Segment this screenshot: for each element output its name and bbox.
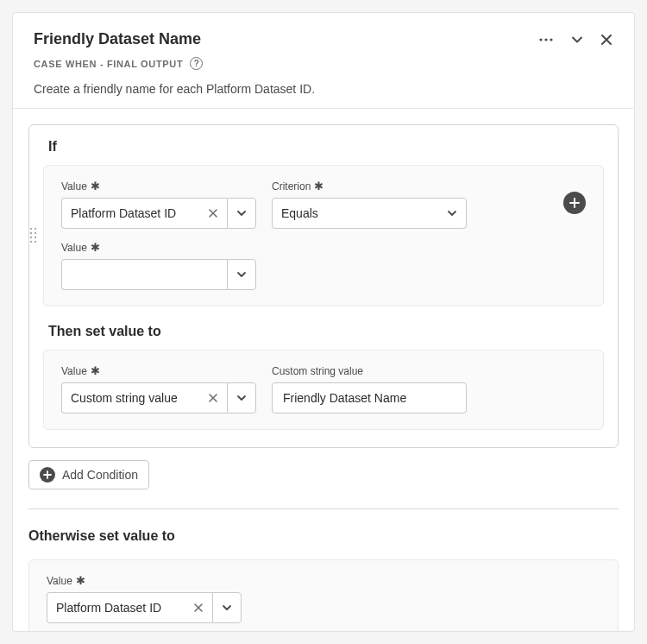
otherwise-value-combo: Platform Dataset ID [47, 592, 242, 623]
otherwise-card: Value✱ Platform Dataset ID [28, 559, 619, 631]
chevron-down-icon [236, 269, 247, 280]
required-asterisk: ✱ [91, 241, 100, 254]
derived-field-panel: Friendly Dataset Name CASE WHEN - FINAL … [12, 12, 635, 632]
drag-handle-icon[interactable] [30, 228, 37, 243]
if-value2-input[interactable] [61, 259, 227, 290]
otherwise-value-input[interactable]: Platform Dataset ID [47, 592, 212, 623]
then-custom-field: Custom string value [272, 365, 467, 414]
subtitle-row: CASE WHEN - FINAL OUTPUT ? [34, 57, 613, 70]
then-row: Value✱ Custom string value [61, 364, 586, 414]
then-value-input[interactable]: Custom string value [61, 382, 227, 414]
if-row-2: Value✱ [61, 241, 586, 290]
panel-title: Friendly Dataset Name [34, 30, 201, 48]
if-row-1: Value✱ Platform Dataset ID [61, 180, 586, 229]
then-value-clear-button[interactable] [208, 393, 218, 403]
panel-body: If Value✱ Platform Dataset ID [13, 109, 634, 631]
then-value-dropdown-button[interactable] [227, 382, 256, 414]
otherwise-value-field: Value✱ Platform Dataset ID [47, 574, 242, 623]
then-value-label: Value✱ [61, 364, 256, 377]
close-button[interactable] [600, 33, 613, 47]
header-actions [537, 31, 613, 48]
otherwise-value-dropdown-button[interactable] [212, 592, 242, 623]
svg-point-0 [539, 38, 542, 41]
otherwise-title: Otherwise set value to [28, 528, 619, 544]
otherwise-value-label: Value✱ [47, 574, 242, 587]
collapse-button[interactable] [570, 33, 584, 47]
more-options-button[interactable] [537, 31, 555, 48]
otherwise-section: Otherwise set value to Value✱ Platform D… [28, 528, 619, 631]
close-icon [208, 393, 218, 403]
otherwise-value-clear-button[interactable] [193, 603, 204, 613]
chevron-down-icon [222, 603, 232, 613]
svg-point-2 [550, 38, 552, 41]
plus-icon [568, 197, 581, 209]
required-asterisk: ✱ [314, 180, 324, 193]
svg-point-1 [544, 38, 547, 41]
chevron-down-icon [236, 208, 247, 218]
then-title: Then set value to [48, 324, 604, 339]
close-icon [193, 603, 204, 613]
panel-description: Create a friendly name for each Platform… [34, 82, 613, 96]
panel-header: Friendly Dataset Name CASE WHEN - FINAL … [13, 13, 634, 109]
if-value1-clear-button[interactable] [208, 208, 218, 218]
required-asterisk: ✱ [91, 364, 100, 377]
chevron-down-icon [570, 33, 584, 47]
if-value2-dropdown-button[interactable] [227, 259, 256, 290]
close-icon [600, 33, 613, 47]
chevron-down-icon [447, 208, 457, 218]
add-criterion-button[interactable] [563, 192, 586, 214]
plus-icon [43, 470, 52, 479]
if-value1-dropdown-button[interactable] [227, 198, 256, 229]
then-custom-label: Custom string value [272, 365, 467, 377]
divider [28, 508, 619, 509]
required-asterisk: ✱ [76, 574, 85, 587]
if-value2-field: Value✱ [61, 241, 256, 290]
then-card: Value✱ Custom string value [43, 350, 604, 430]
if-value1-field: Value✱ Platform Dataset ID [61, 180, 256, 229]
add-condition-button[interactable]: Add Condition [28, 460, 149, 489]
if-title: If [48, 139, 604, 155]
title-row: Friendly Dataset Name [34, 30, 613, 48]
then-value-field: Value✱ Custom string value [61, 364, 256, 414]
then-value-combo: Custom string value [61, 382, 256, 414]
if-criterion-select[interactable]: Equals [272, 198, 467, 229]
more-icon [537, 31, 555, 48]
case-block: If Value✱ Platform Dataset ID [28, 124, 619, 448]
if-value2-label: Value✱ [61, 241, 256, 254]
then-custom-input[interactable] [272, 382, 467, 414]
plus-circle-icon [40, 467, 55, 483]
help-icon[interactable]: ? [190, 57, 203, 70]
if-criterion-label: Criterion✱ [272, 180, 467, 193]
if-value1-input[interactable]: Platform Dataset ID [61, 198, 227, 229]
if-value1-combo: Platform Dataset ID [61, 198, 256, 229]
if-value1-label: Value✱ [61, 180, 256, 193]
panel-subtitle: CASE WHEN - FINAL OUTPUT [34, 59, 183, 69]
close-icon [208, 208, 218, 218]
chevron-down-icon [236, 393, 247, 403]
if-card: Value✱ Platform Dataset ID [43, 165, 604, 306]
if-value2-combo [61, 259, 256, 290]
required-asterisk: ✱ [91, 180, 100, 193]
if-criterion-field: Criterion✱ Equals [272, 180, 467, 229]
